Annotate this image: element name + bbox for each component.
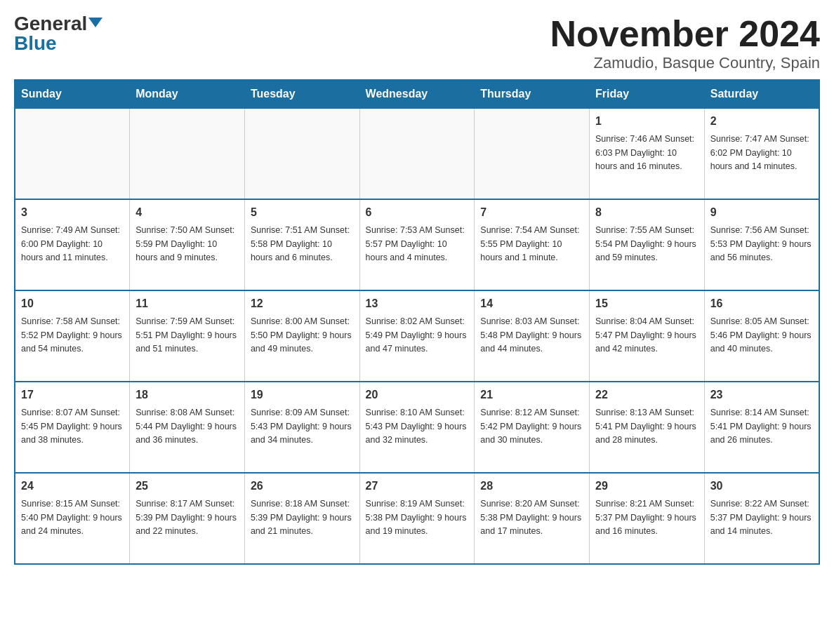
day-number: 26 bbox=[251, 478, 354, 495]
calendar-cell: 7Sunrise: 7:54 AM Sunset: 5:55 PM Daylig… bbox=[475, 199, 590, 290]
calendar-cell bbox=[244, 108, 359, 199]
day-number: 6 bbox=[366, 204, 469, 221]
day-number: 7 bbox=[480, 204, 583, 221]
calendar-cell: 5Sunrise: 7:51 AM Sunset: 5:58 PM Daylig… bbox=[244, 199, 359, 290]
day-info: Sunrise: 8:07 AM Sunset: 5:45 PM Dayligh… bbox=[21, 406, 124, 447]
day-info: Sunrise: 8:17 AM Sunset: 5:39 PM Dayligh… bbox=[135, 497, 239, 538]
calendar-cell: 26Sunrise: 8:18 AM Sunset: 5:39 PM Dayli… bbox=[244, 473, 359, 564]
day-number: 13 bbox=[366, 295, 469, 312]
calendar-cell: 12Sunrise: 8:00 AM Sunset: 5:50 PM Dayli… bbox=[244, 290, 359, 382]
day-info: Sunrise: 8:03 AM Sunset: 5:48 PM Dayligh… bbox=[480, 315, 583, 356]
title-section: November 2024 Zamudio, Basque Country, S… bbox=[550, 14, 820, 72]
calendar-cell: 29Sunrise: 8:21 AM Sunset: 5:37 PM Dayli… bbox=[590, 473, 705, 564]
calendar-cell: 28Sunrise: 8:20 AM Sunset: 5:38 PM Dayli… bbox=[475, 473, 590, 564]
logo-triangle-icon bbox=[88, 18, 102, 27]
calendar-cell: 19Sunrise: 8:09 AM Sunset: 5:43 PM Dayli… bbox=[244, 382, 359, 473]
calendar-day-header: Saturday bbox=[704, 80, 819, 108]
calendar-cell: 20Sunrise: 8:10 AM Sunset: 5:43 PM Dayli… bbox=[359, 382, 475, 473]
calendar-day-header: Friday bbox=[590, 80, 705, 108]
day-number: 25 bbox=[135, 478, 239, 495]
calendar-cell: 1Sunrise: 7:46 AM Sunset: 6:03 PM Daylig… bbox=[590, 108, 705, 199]
day-number: 24 bbox=[21, 478, 124, 495]
logo-general-text: General bbox=[14, 14, 87, 34]
day-info: Sunrise: 7:55 AM Sunset: 5:54 PM Dayligh… bbox=[595, 224, 699, 264]
calendar-cell: 4Sunrise: 7:50 AM Sunset: 5:59 PM Daylig… bbox=[130, 199, 245, 290]
day-number: 23 bbox=[710, 387, 813, 403]
day-info: Sunrise: 8:08 AM Sunset: 5:44 PM Dayligh… bbox=[135, 406, 239, 447]
day-number: 21 bbox=[480, 387, 583, 403]
calendar-cell: 30Sunrise: 8:22 AM Sunset: 5:37 PM Dayli… bbox=[704, 473, 819, 564]
day-info: Sunrise: 7:54 AM Sunset: 5:55 PM Dayligh… bbox=[480, 224, 583, 264]
calendar-cell: 22Sunrise: 8:13 AM Sunset: 5:41 PM Dayli… bbox=[590, 382, 705, 473]
day-number: 12 bbox=[251, 295, 354, 312]
day-info: Sunrise: 8:14 AM Sunset: 5:41 PM Dayligh… bbox=[710, 406, 813, 447]
calendar-day-header: Thursday bbox=[475, 80, 590, 108]
calendar-day-header: Sunday bbox=[15, 80, 130, 108]
day-info: Sunrise: 7:47 AM Sunset: 6:02 PM Dayligh… bbox=[710, 133, 813, 173]
day-number: 9 bbox=[710, 204, 813, 221]
day-number: 4 bbox=[135, 204, 239, 221]
calendar-cell: 2Sunrise: 7:47 AM Sunset: 6:02 PM Daylig… bbox=[704, 108, 819, 199]
day-number: 28 bbox=[480, 478, 583, 495]
day-number: 5 bbox=[251, 204, 354, 221]
day-number: 10 bbox=[21, 295, 124, 312]
day-number: 19 bbox=[251, 387, 354, 403]
day-number: 16 bbox=[710, 295, 813, 312]
calendar-day-header: Monday bbox=[130, 80, 245, 108]
calendar-day-header: Wednesday bbox=[359, 80, 475, 108]
day-info: Sunrise: 8:20 AM Sunset: 5:38 PM Dayligh… bbox=[480, 497, 583, 538]
day-number: 3 bbox=[21, 204, 124, 221]
calendar-cell: 6Sunrise: 7:53 AM Sunset: 5:57 PM Daylig… bbox=[359, 199, 475, 290]
calendar-cell: 16Sunrise: 8:05 AM Sunset: 5:46 PM Dayli… bbox=[704, 290, 819, 382]
day-info: Sunrise: 7:53 AM Sunset: 5:57 PM Dayligh… bbox=[366, 224, 469, 264]
day-info: Sunrise: 8:00 AM Sunset: 5:50 PM Dayligh… bbox=[251, 315, 354, 356]
day-info: Sunrise: 7:50 AM Sunset: 5:59 PM Dayligh… bbox=[135, 224, 239, 264]
day-number: 17 bbox=[21, 387, 124, 403]
page-subtitle: Zamudio, Basque Country, Spain bbox=[550, 54, 820, 72]
day-number: 2 bbox=[710, 113, 813, 130]
day-number: 22 bbox=[595, 387, 699, 403]
day-number: 29 bbox=[595, 478, 699, 495]
day-info: Sunrise: 8:15 AM Sunset: 5:40 PM Dayligh… bbox=[21, 497, 124, 538]
calendar-cell: 13Sunrise: 8:02 AM Sunset: 5:49 PM Dayli… bbox=[359, 290, 475, 382]
calendar-cell: 23Sunrise: 8:14 AM Sunset: 5:41 PM Dayli… bbox=[704, 382, 819, 473]
day-info: Sunrise: 7:49 AM Sunset: 6:00 PM Dayligh… bbox=[21, 224, 124, 264]
day-info: Sunrise: 8:21 AM Sunset: 5:37 PM Dayligh… bbox=[595, 497, 699, 538]
day-number: 18 bbox=[135, 387, 239, 403]
day-info: Sunrise: 8:04 AM Sunset: 5:47 PM Dayligh… bbox=[595, 315, 699, 356]
calendar-cell bbox=[359, 108, 475, 199]
day-number: 27 bbox=[366, 478, 469, 495]
calendar-cell: 27Sunrise: 8:19 AM Sunset: 5:38 PM Dayli… bbox=[359, 473, 475, 564]
day-info: Sunrise: 8:12 AM Sunset: 5:42 PM Dayligh… bbox=[480, 406, 583, 447]
calendar-day-header: Tuesday bbox=[244, 80, 359, 108]
calendar-table: SundayMondayTuesdayWednesdayThursdayFrid… bbox=[14, 79, 820, 565]
calendar-cell: 18Sunrise: 8:08 AM Sunset: 5:44 PM Dayli… bbox=[130, 382, 245, 473]
calendar-cell: 3Sunrise: 7:49 AM Sunset: 6:00 PM Daylig… bbox=[15, 199, 130, 290]
day-info: Sunrise: 8:09 AM Sunset: 5:43 PM Dayligh… bbox=[251, 406, 354, 447]
day-number: 11 bbox=[135, 295, 239, 312]
calendar-cell bbox=[15, 108, 130, 199]
day-info: Sunrise: 8:02 AM Sunset: 5:49 PM Dayligh… bbox=[366, 315, 469, 356]
day-info: Sunrise: 7:56 AM Sunset: 5:53 PM Dayligh… bbox=[710, 224, 813, 264]
day-info: Sunrise: 8:13 AM Sunset: 5:41 PM Dayligh… bbox=[595, 406, 699, 447]
day-number: 8 bbox=[595, 204, 699, 221]
day-number: 1 bbox=[595, 113, 699, 130]
calendar-cell: 9Sunrise: 7:56 AM Sunset: 5:53 PM Daylig… bbox=[704, 199, 819, 290]
day-info: Sunrise: 7:46 AM Sunset: 6:03 PM Dayligh… bbox=[595, 133, 699, 173]
day-info: Sunrise: 8:22 AM Sunset: 5:37 PM Dayligh… bbox=[710, 497, 813, 538]
page-title: November 2024 bbox=[550, 14, 820, 54]
day-number: 15 bbox=[595, 295, 699, 312]
calendar-cell: 14Sunrise: 8:03 AM Sunset: 5:48 PM Dayli… bbox=[475, 290, 590, 382]
calendar-cell: 10Sunrise: 7:58 AM Sunset: 5:52 PM Dayli… bbox=[15, 290, 130, 382]
calendar-cell: 8Sunrise: 7:55 AM Sunset: 5:54 PM Daylig… bbox=[590, 199, 705, 290]
calendar-cell: 24Sunrise: 8:15 AM Sunset: 5:40 PM Dayli… bbox=[15, 473, 130, 564]
calendar-cell: 25Sunrise: 8:17 AM Sunset: 5:39 PM Dayli… bbox=[130, 473, 245, 564]
calendar-cell: 15Sunrise: 8:04 AM Sunset: 5:47 PM Dayli… bbox=[590, 290, 705, 382]
day-info: Sunrise: 8:05 AM Sunset: 5:46 PM Dayligh… bbox=[710, 315, 813, 356]
day-info: Sunrise: 7:51 AM Sunset: 5:58 PM Dayligh… bbox=[251, 224, 354, 264]
calendar-cell: 17Sunrise: 8:07 AM Sunset: 5:45 PM Dayli… bbox=[15, 382, 130, 473]
calendar-cell: 21Sunrise: 8:12 AM Sunset: 5:42 PM Dayli… bbox=[475, 382, 590, 473]
calendar-cell bbox=[475, 108, 590, 199]
page-header: General Blue November 2024 Zamudio, Basq… bbox=[14, 14, 820, 72]
day-info: Sunrise: 8:18 AM Sunset: 5:39 PM Dayligh… bbox=[251, 497, 354, 538]
